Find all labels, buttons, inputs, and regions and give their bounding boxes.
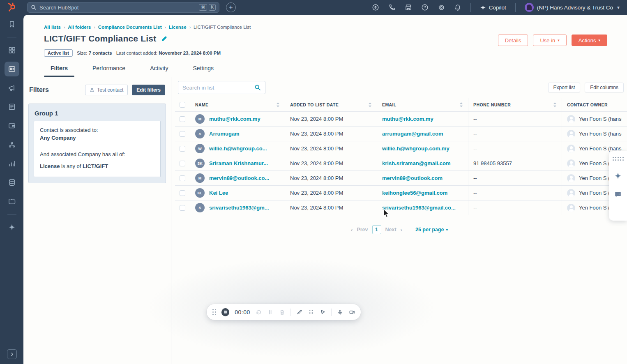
actions-button[interactable]: Actions▾ — [572, 35, 607, 46]
drag-handle-icon[interactable] — [613, 157, 624, 161]
sidebar-item-data[interactable] — [5, 175, 19, 190]
breadcrumb-link[interactable]: All lists — [44, 25, 61, 30]
sidebar-item-library[interactable] — [5, 194, 19, 209]
sort-icon[interactable] — [553, 102, 557, 107]
table-row[interactable]: Mmuthu@rkk.com.my Nov 23, 2024 8:00 PM m… — [175, 112, 627, 127]
account-menu[interactable]: (NP) Hans Advisory & Trust Co ▼ — [525, 3, 620, 12]
edit-title-pencil-icon[interactable] — [161, 36, 167, 42]
table-row[interactable]: KLKei Lee Nov 23, 2024 8:00 PM keihongle… — [175, 186, 627, 200]
settings-icon[interactable] — [438, 4, 445, 11]
current-page-number[interactable]: 1 — [372, 225, 381, 234]
next-page-button[interactable]: Next — [385, 227, 396, 233]
contact-name-link[interactable]: mervin89@outlook.co... — [209, 175, 269, 181]
test-contact-button[interactable]: Test contact — [85, 85, 128, 95]
row-checkbox[interactable] — [180, 116, 185, 122]
sidebar-item-marketing[interactable] — [5, 81, 19, 95]
column-header-name[interactable]: NAME — [190, 98, 285, 111]
sidebar-item-crm[interactable] — [5, 62, 19, 76]
contact-email-link[interactable]: muthu@rkk.com.my — [382, 116, 433, 122]
contact-name-link[interactable]: willie.h@whgroup.co... — [209, 145, 267, 152]
prev-page-button[interactable]: Prev — [357, 227, 368, 233]
restart-icon[interactable] — [256, 309, 262, 316]
floating-side-dock[interactable] — [609, 151, 627, 221]
contact-email-link[interactable]: srivarisethu1963@gmail.co... — [382, 205, 456, 211]
row-checkbox[interactable] — [180, 190, 185, 196]
prev-page-chevron[interactable]: ‹ — [351, 227, 353, 233]
copilot-button[interactable]: Copilot — [480, 5, 506, 11]
tab-performance[interactable]: Performance — [90, 62, 128, 77]
column-header-owner[interactable]: CONTACT OWNER — [562, 98, 627, 111]
camera-icon[interactable] — [349, 309, 355, 316]
contact-name-link[interactable]: srivarisethu1963@gm... — [209, 205, 269, 211]
contact-name-link[interactable]: Sriraman Krishnamur... — [209, 160, 268, 166]
help-icon[interactable] — [421, 4, 429, 11]
copilot-sparkle-icon[interactable] — [614, 172, 622, 180]
column-header-phone[interactable]: PHONE NUMBER — [468, 98, 562, 111]
edit-filters-button[interactable]: Edit filters — [132, 85, 165, 95]
tab-filters[interactable]: Filters — [48, 62, 70, 77]
sort-icon[interactable] — [368, 102, 372, 107]
sidebar-item-commerce[interactable] — [5, 118, 19, 133]
breadcrumb-link[interactable]: Compliance Documents List — [98, 25, 162, 30]
upgrade-icon[interactable] — [372, 4, 379, 11]
row-checkbox[interactable] — [180, 161, 185, 166]
screen-recorder-toolbar[interactable]: 00:00 — [207, 304, 361, 320]
sidebar-item-ai[interactable] — [5, 220, 19, 235]
use-in-button[interactable]: Use in▾ — [533, 35, 566, 46]
contact-email-link[interactable]: keihonglee56@gmail.com — [382, 190, 447, 196]
tab-activity[interactable]: Activity — [148, 62, 171, 77]
global-search-input[interactable]: Search HubSpot ⌘ K — [27, 2, 219, 13]
microphone-icon[interactable] — [337, 309, 343, 316]
sidebar-item-automations[interactable] — [5, 137, 19, 152]
table-row[interactable]: Ssrivarisethu1963@gm... Nov 23, 2024 8:0… — [175, 200, 627, 215]
sidebar-item-content[interactable] — [5, 99, 19, 114]
sort-icon[interactable] — [276, 102, 280, 107]
expand-sidebar-button[interactable] — [7, 349, 17, 359]
breadcrumb-link[interactable]: All folders — [68, 25, 91, 30]
select-all-checkbox[interactable] — [180, 102, 185, 108]
breadcrumb-link[interactable]: License — [169, 25, 187, 30]
blur-icon[interactable] — [308, 309, 314, 316]
marketplace-icon[interactable] — [405, 4, 412, 11]
filter-group-body[interactable]: Contact is associated to: Any Company An… — [34, 121, 161, 177]
chat-icon[interactable] — [614, 191, 622, 198]
row-checkbox[interactable] — [180, 131, 185, 137]
sort-icon[interactable] — [459, 102, 463, 107]
hubspot-logo-icon[interactable] — [7, 2, 17, 13]
delete-icon[interactable] — [279, 309, 285, 316]
next-page-chevron[interactable]: › — [401, 227, 402, 233]
stop-record-button[interactable] — [221, 308, 229, 316]
sidebar-item-bookmarks[interactable] — [5, 17, 19, 32]
edit-columns-button[interactable]: Edit columns — [585, 83, 624, 92]
contact-name-link[interactable]: muthu@rkk.com.my — [209, 116, 260, 122]
column-header-date[interactable]: ADDED TO LIST DATE — [285, 98, 377, 111]
sidebar-item-reporting[interactable] — [5, 156, 19, 171]
cursor-highlight-icon[interactable] — [320, 309, 326, 316]
contact-email-link[interactable]: krish.sriraman@gmail.com — [382, 160, 451, 166]
details-button[interactable]: Details — [498, 35, 528, 46]
contact-name-link[interactable]: Arrumugam — [209, 131, 240, 137]
export-list-button[interactable]: Export list — [548, 83, 581, 92]
contact-email-link[interactable]: mervin89@outlook.com — [382, 175, 443, 181]
drag-handle-icon[interactable] — [212, 309, 216, 315]
contact-email-link[interactable]: willie.h@whgroup.com.my — [382, 145, 450, 152]
search-in-list-input[interactable]: Search in list — [178, 81, 265, 94]
contact-name-link[interactable]: Kei Lee — [209, 190, 228, 196]
notifications-icon[interactable] — [454, 4, 461, 11]
create-button[interactable]: + — [226, 2, 236, 12]
row-checkbox[interactable] — [180, 175, 185, 181]
row-checkbox[interactable] — [180, 146, 185, 152]
table-row[interactable]: Wwillie.h@whgroup.co... Nov 23, 2024 8:0… — [175, 141, 627, 156]
pause-icon[interactable] — [267, 309, 273, 316]
column-header-email[interactable]: EMAIL — [377, 98, 468, 111]
draw-icon[interactable] — [296, 309, 302, 316]
table-row[interactable]: SKSriraman Krishnamur... Nov 23, 2024 8:… — [175, 156, 627, 171]
table-row[interactable]: Mmervin89@outlook.co... Nov 23, 2024 8:0… — [175, 171, 627, 186]
row-checkbox[interactable] — [180, 205, 185, 211]
calling-icon[interactable] — [388, 4, 396, 11]
contact-email-link[interactable]: arrumugam@gmail.com — [382, 131, 443, 137]
per-page-select[interactable]: 25 per page▾ — [415, 227, 448, 233]
sidebar-item-workspaces[interactable] — [5, 43, 19, 58]
table-row[interactable]: AArrumugam Nov 23, 2024 8:00 PM arrumuga… — [175, 127, 627, 141]
tab-settings[interactable]: Settings — [191, 62, 217, 77]
